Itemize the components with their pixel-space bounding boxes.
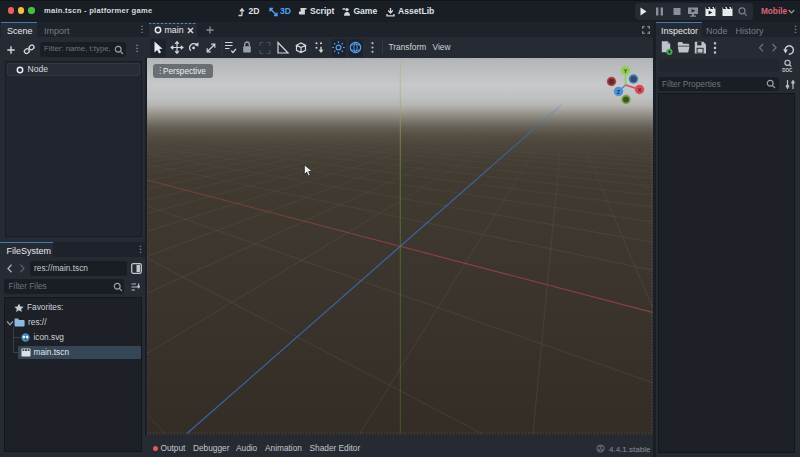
svg-text:Z: Z [617,89,621,95]
svg-text:Y: Y [624,68,628,74]
svg-text:DOC: DOC [782,68,793,73]
svg-text:X: X [638,87,642,93]
